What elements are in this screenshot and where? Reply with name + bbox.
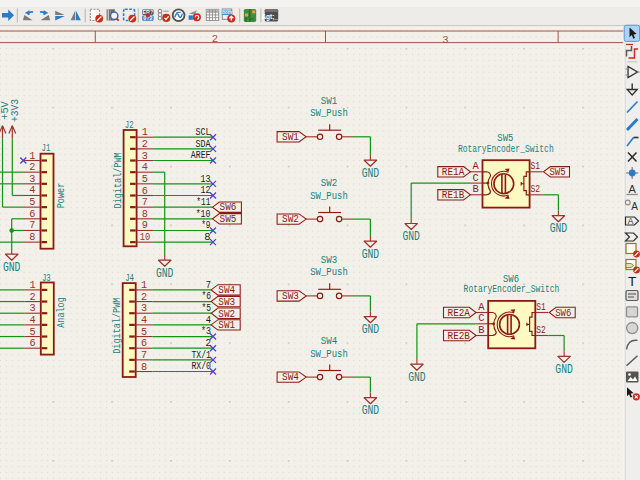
- svg-text:4: 4: [142, 162, 148, 173]
- svg-text:7: 7: [29, 220, 35, 231]
- svg-text:SW4: SW4: [282, 371, 299, 383]
- svg-text:RotaryEncoder_Switch: RotaryEncoder_Switch: [464, 283, 560, 295]
- svg-text:TX/1: TX/1: [192, 349, 212, 361]
- svg-text:13: 13: [201, 173, 211, 185]
- svg-text:2: 2: [142, 139, 148, 150]
- svg-text:6: 6: [142, 186, 148, 197]
- svg-text:5: 5: [141, 327, 147, 338]
- svg-text:B: B: [478, 324, 484, 336]
- svg-text:RE2B: RE2B: [448, 330, 470, 342]
- svg-text:Digital/PWM: Digital/PWM: [111, 298, 123, 354]
- svg-text:10: 10: [140, 232, 151, 243]
- svg-text:RE2A: RE2A: [448, 307, 471, 319]
- svg-text:J1: J1: [42, 142, 51, 154]
- svg-text:GND: GND: [3, 261, 21, 275]
- svg-text:*3: *3: [201, 325, 211, 337]
- svg-text:B: B: [473, 183, 479, 195]
- svg-text:SCL: SCL: [196, 126, 211, 138]
- svg-text:8: 8: [29, 232, 35, 243]
- svg-text:SW_Push: SW_Push: [310, 266, 348, 278]
- svg-text:A: A: [631, 201, 638, 212]
- svg-text:SW_Push: SW_Push: [310, 107, 348, 119]
- svg-text:C: C: [478, 312, 484, 324]
- svg-text:*9: *9: [201, 219, 210, 231]
- svg-text:1: 1: [29, 151, 35, 162]
- svg-text:SW4: SW4: [321, 335, 338, 347]
- svg-text:GND: GND: [555, 363, 573, 377]
- svg-text:+3V3: +3V3: [8, 99, 21, 122]
- svg-text:Analog: Analog: [55, 297, 67, 328]
- svg-text:6: 6: [29, 209, 35, 220]
- svg-text:Power: Power: [55, 183, 67, 209]
- svg-text:RotaryEncoder_Switch: RotaryEncoder_Switch: [458, 143, 554, 155]
- svg-text:GND: GND: [550, 222, 568, 236]
- svg-text:J4: J4: [125, 272, 134, 284]
- svg-text:bom: bom: [222, 10, 232, 15]
- svg-text:7: 7: [142, 197, 148, 208]
- svg-text:GND: GND: [362, 404, 380, 418]
- svg-text:A: A: [629, 183, 637, 195]
- svg-text:RE1B: RE1B: [442, 189, 464, 201]
- svg-text:S2: S2: [536, 324, 546, 336]
- svg-text:4: 4: [29, 185, 35, 196]
- svg-text:SW3: SW3: [321, 254, 338, 266]
- svg-text:9: 9: [142, 220, 148, 231]
- svg-text:C: C: [473, 172, 479, 184]
- svg-text:GND: GND: [408, 371, 426, 385]
- svg-text:3: 3: [29, 303, 35, 314]
- svg-text:8: 8: [204, 231, 211, 243]
- svg-text:3: 3: [442, 34, 448, 46]
- svg-text:8: 8: [141, 362, 147, 373]
- svg-text:J2: J2: [125, 119, 134, 131]
- svg-text:Digital/PWM: Digital/PWM: [112, 152, 124, 208]
- svg-text:GND: GND: [362, 167, 380, 181]
- svg-text:*11: *11: [196, 196, 210, 208]
- svg-text:SW_Push: SW_Push: [310, 190, 348, 202]
- svg-text:3: 3: [29, 174, 35, 185]
- svg-text:A: A: [478, 301, 485, 313]
- svg-text:1: 1: [142, 127, 148, 138]
- svg-text:1: 1: [141, 280, 147, 291]
- svg-text:S1: S1: [531, 160, 541, 172]
- svg-text:2: 2: [205, 337, 211, 349]
- svg-text:S1: S1: [536, 301, 546, 313]
- svg-text:2: 2: [212, 33, 218, 45]
- svg-text:*6: *6: [201, 290, 211, 302]
- svg-text:GND: GND: [156, 267, 174, 281]
- svg-text:SW_Push: SW_Push: [310, 348, 348, 360]
- svg-text:SDA: SDA: [196, 138, 211, 150]
- svg-text:J3: J3: [42, 272, 51, 284]
- svg-text:T: T: [628, 274, 636, 289]
- svg-text:SW5: SW5: [550, 166, 566, 178]
- svg-text:SW2: SW2: [321, 177, 338, 189]
- svg-text:4: 4: [206, 314, 211, 326]
- svg-text:7: 7: [206, 279, 211, 291]
- svg-text:6: 6: [29, 338, 35, 349]
- svg-text:GND: GND: [362, 323, 380, 337]
- svg-text:&gt;_: &gt;_: [261, 13, 278, 21]
- svg-text:RX/0: RX/0: [192, 360, 212, 372]
- svg-text:SW3: SW3: [218, 296, 235, 308]
- svg-text:4: 4: [29, 315, 35, 326]
- svg-text:3: 3: [141, 303, 147, 314]
- svg-text:SW1: SW1: [282, 131, 299, 143]
- svg-text:A: A: [628, 216, 634, 226]
- svg-text:SW1: SW1: [321, 95, 338, 107]
- svg-text:8: 8: [142, 209, 148, 220]
- svg-text:*10: *10: [196, 208, 211, 220]
- svg-text:6: 6: [141, 338, 147, 349]
- svg-text:S2: S2: [531, 183, 541, 195]
- svg-text:2: 2: [141, 292, 147, 303]
- svg-text:7: 7: [141, 350, 147, 361]
- svg-text:AREF: AREF: [191, 149, 211, 161]
- svg-text:3: 3: [142, 151, 148, 162]
- svg-text:SW3: SW3: [282, 290, 299, 302]
- svg-text:SW2: SW2: [218, 308, 235, 320]
- svg-text:4: 4: [141, 315, 147, 326]
- svg-text:2: 2: [29, 162, 35, 173]
- svg-text:SW6: SW6: [220, 201, 237, 213]
- svg-text:1: 1: [29, 280, 35, 291]
- svg-text:GND: GND: [402, 230, 420, 244]
- svg-text:SW1: SW1: [218, 319, 235, 331]
- svg-text:SW2: SW2: [282, 213, 299, 225]
